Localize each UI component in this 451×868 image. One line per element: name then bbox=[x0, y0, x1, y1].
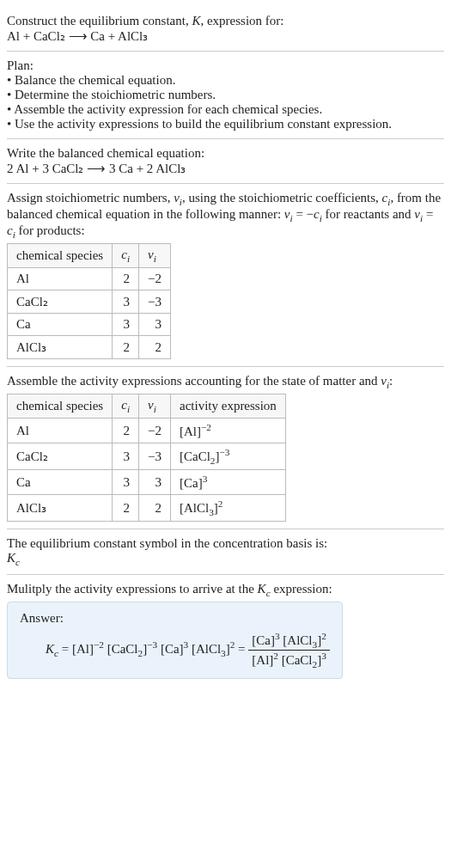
cell-c: 2 bbox=[113, 419, 139, 443]
answer-label: Answer: bbox=[20, 611, 330, 626]
cell-species: AlCl₃ bbox=[8, 336, 113, 359]
table-header: chemical species ci νi bbox=[8, 244, 171, 268]
table-header: chemical species ci νi activity expressi… bbox=[8, 394, 286, 419]
activity-heading: Assemble the activity expressions accoun… bbox=[7, 374, 444, 390]
activity-table: chemical species ci νi activity expressi… bbox=[7, 394, 286, 522]
table-row: CaCl₂ 3 −3 bbox=[8, 290, 171, 314]
table-row: Al 2 −2 bbox=[8, 268, 171, 290]
cell-c: 3 bbox=[113, 314, 139, 336]
cell-c: 3 bbox=[113, 470, 139, 495]
symbol-value: Kc bbox=[7, 551, 444, 567]
cell-c: 2 bbox=[113, 495, 139, 522]
col-species: chemical species bbox=[8, 394, 113, 419]
cell-v: 2 bbox=[139, 336, 171, 359]
col-ci: ci bbox=[113, 244, 139, 268]
frac-numerator: [Ca]3 [AlCl3]2 bbox=[248, 631, 329, 651]
balanced-heading: Write the balanced chemical equation: bbox=[7, 146, 444, 161]
balanced-section: Write the balanced chemical equation: 2 … bbox=[7, 139, 444, 184]
cell-species: CaCl₂ bbox=[8, 290, 113, 314]
table-row: Ca 3 3 [Ca]3 bbox=[8, 470, 286, 495]
cell-species: Ca bbox=[8, 314, 113, 336]
col-vi: νi bbox=[139, 244, 171, 268]
col-ci: ci bbox=[113, 394, 139, 419]
cell-activity: [Al]−2 bbox=[170, 419, 285, 443]
plan-item: • Determine the stoichiometric numbers. bbox=[7, 88, 444, 102]
cell-species: Al bbox=[8, 268, 113, 290]
cell-v: 3 bbox=[139, 314, 171, 336]
intro-section: Construct the equilibrium constant, K, e… bbox=[7, 7, 444, 52]
cell-v: 2 bbox=[139, 495, 171, 522]
plan-heading: Plan: bbox=[7, 58, 444, 73]
col-species: chemical species bbox=[8, 244, 113, 268]
cell-v: −2 bbox=[139, 419, 171, 443]
cell-v: −3 bbox=[139, 290, 171, 314]
answer-box: Answer: Kc = [Al]−2 [CaCl2]−3 [Ca]3 [AlC… bbox=[7, 602, 343, 679]
stoich-heading: Assign stoichiometric numbers, νi, using… bbox=[7, 191, 444, 240]
symbol-heading: The equilibrium constant symbol in the c… bbox=[7, 536, 444, 551]
stoich-section: Assign stoichiometric numbers, νi, using… bbox=[7, 184, 444, 367]
col-activity: activity expression bbox=[170, 394, 285, 419]
plan-section: Plan: • Balance the chemical equation. •… bbox=[7, 52, 444, 139]
final-section: Mulitply the activity expressions to arr… bbox=[7, 575, 444, 686]
cell-v: −2 bbox=[139, 268, 171, 290]
cell-activity: [CaCl2]−3 bbox=[170, 443, 285, 470]
cell-species: Al bbox=[8, 419, 113, 443]
intro-reaction: Al + CaCl₂ ⟶ Ca + AlCl₃ bbox=[7, 28, 444, 44]
cell-species: AlCl₃ bbox=[8, 495, 113, 522]
cell-species: Ca bbox=[8, 470, 113, 495]
table-row: CaCl₂ 3 −3 [CaCl2]−3 bbox=[8, 443, 286, 470]
frac-denominator: [Al]2 [CaCl2]3 bbox=[248, 651, 329, 669]
balanced-reaction: 2 Al + 3 CaCl₂ ⟶ 3 Ca + 2 AlCl₃ bbox=[7, 161, 444, 176]
symbol-section: The equilibrium constant symbol in the c… bbox=[7, 529, 444, 575]
table-row: AlCl₃ 2 2 bbox=[8, 336, 171, 359]
cell-v: −3 bbox=[139, 443, 171, 470]
table-row: AlCl₃ 2 2 [AlCl3]2 bbox=[8, 495, 286, 522]
cell-c: 3 bbox=[113, 290, 139, 314]
table-row: Ca 3 3 bbox=[8, 314, 171, 336]
cell-c: 2 bbox=[113, 268, 139, 290]
cell-species: CaCl₂ bbox=[8, 443, 113, 470]
cell-activity: [AlCl3]2 bbox=[170, 495, 285, 522]
plan-item: • Balance the chemical equation. bbox=[7, 73, 444, 88]
cell-c: 3 bbox=[113, 443, 139, 470]
table-row: Al 2 −2 [Al]−2 bbox=[8, 419, 286, 443]
activity-section: Assemble the activity expressions accoun… bbox=[7, 367, 444, 529]
answer-expression: Kc = [Al]−2 [CaCl2]−3 [Ca]3 [AlCl3]2 = [… bbox=[20, 626, 330, 669]
plan-item: • Assemble the activity expression for e… bbox=[7, 102, 444, 117]
cell-activity: [Ca]3 bbox=[170, 470, 285, 495]
cell-c: 2 bbox=[113, 336, 139, 359]
intro-line: Construct the equilibrium constant, K, e… bbox=[7, 14, 444, 28]
fraction: [Ca]3 [AlCl3]2 [Al]2 [CaCl2]3 bbox=[248, 631, 329, 669]
final-heading: Mulitply the activity expressions to arr… bbox=[7, 582, 444, 598]
stoich-table: chemical species ci νi Al 2 −2 CaCl₂ 3 −… bbox=[7, 243, 171, 359]
plan-item: • Use the activity expressions to build … bbox=[7, 117, 444, 131]
col-vi: νi bbox=[139, 394, 171, 419]
cell-v: 3 bbox=[139, 470, 171, 495]
